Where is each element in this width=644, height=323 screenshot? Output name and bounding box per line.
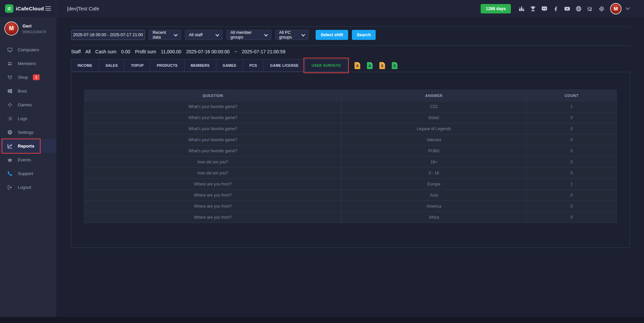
user-avatar[interactable]: M — [610, 3, 622, 14]
tab-products[interactable]: PRODUCTS — [150, 59, 184, 72]
table-row: Where are you from? Europe 1 — [85, 178, 616, 190]
tab-sales[interactable]: SALES — [99, 59, 124, 72]
summary-cash-value: 0.00 — [121, 49, 130, 54]
youtube-icon[interactable] — [564, 5, 571, 12]
chevron-down-icon[interactable] — [626, 6, 630, 10]
sidebar-item-label: Logout — [18, 185, 31, 190]
sidebar-item-logout[interactable]: Logout — [0, 180, 56, 194]
hamburger-menu-icon[interactable] — [45, 4, 51, 13]
tab-label: USER SURVEYS — [312, 63, 341, 67]
data-type-select[interactable]: Recent data — [149, 30, 181, 40]
sidebar-item-label: Games — [18, 102, 32, 107]
count-cell: 0 — [527, 190, 616, 201]
count-cell: 1 — [527, 101, 616, 112]
count-cell: 0 — [527, 134, 616, 145]
divider — [71, 26, 630, 27]
date-range-input[interactable] — [71, 30, 145, 40]
sidebar-item-members[interactable]: Members — [0, 57, 56, 70]
chevron-down-icon — [174, 33, 177, 36]
sidebar-item-label: Settings — [18, 130, 34, 135]
bottom-bar — [0, 317, 644, 323]
tab-game-license[interactable]: GAME LICENSE — [263, 59, 305, 72]
table-body: What's your favorite game? CS2 1 What's … — [85, 101, 616, 223]
days-badge[interactable]: 1288 days — [481, 4, 511, 13]
file-glyph: X — [379, 62, 385, 69]
question-cell: Where are you from? — [85, 212, 341, 223]
table-row: Where are you from? Africa 0 — [85, 212, 616, 223]
question-cell: What's your favorite game? — [85, 146, 341, 156]
notification-badge: 1 — [33, 74, 40, 80]
sidebar-item-support[interactable]: Support — [0, 167, 56, 180]
question-cell: What's your favorite game? — [85, 134, 341, 145]
member-group-select[interactable]: All member groups — [226, 30, 271, 40]
select-value: All PC groups — [279, 30, 299, 40]
sidebar-user-block: M Geri 008612345678 — [0, 17, 56, 41]
tab-members[interactable]: MEMBERS — [184, 59, 216, 72]
pc-group-select[interactable]: All PC groups — [275, 30, 309, 40]
logs-icon — [7, 116, 13, 121]
icafecloud-app: i2 iCafeCloud [dev]Test Cafe 1288 days M… — [0, 0, 644, 323]
trophy-icon[interactable] — [530, 5, 536, 12]
summary-staff-value[interactable]: All — [86, 49, 91, 54]
sidebar-item-games[interactable]: Games — [0, 98, 56, 112]
tab-games[interactable]: GAMES — [216, 59, 243, 72]
tab-label: GAME LICENSE — [270, 63, 299, 67]
tab-topup[interactable]: TOPUP — [124, 59, 150, 72]
tab-pcs[interactable]: PCS — [243, 59, 264, 72]
divider — [71, 45, 630, 46]
sidebar-item-label: Computers — [18, 47, 39, 52]
user-name: Geri — [22, 23, 46, 29]
staff-select[interactable]: All staff — [185, 30, 223, 40]
sidebar-item-label: Shop — [18, 75, 28, 80]
monitor-icon — [7, 47, 13, 53]
tab-label: INCOME — [77, 63, 92, 67]
summary-profit-label: Profit sum — [135, 49, 156, 54]
cart-icon — [7, 74, 13, 80]
tab-income[interactable]: INCOME — [71, 59, 99, 72]
file-glyph: X — [392, 62, 397, 69]
summary-bar: StaffAllCash sum0.00Profit sum11,000.002… — [71, 49, 630, 54]
sidebar-item-reports[interactable]: Reports — [0, 139, 56, 153]
icafecloud-logo[interactable]: i2 iCafeCloud — [5, 4, 44, 13]
tab-user-surveys[interactable]: USER SURVEYS — [305, 59, 347, 72]
sidebar-item-settings[interactable]: Settings — [0, 125, 56, 139]
export-pdf-yellow-icon[interactable]: A — [355, 62, 360, 69]
sidebar-item-computers[interactable]: Computers — [0, 43, 56, 57]
layers-icon[interactable] — [598, 5, 605, 12]
tab-label: SALES — [105, 63, 118, 67]
globe-icon[interactable] — [575, 5, 582, 12]
summary-date-separator: ~ — [234, 49, 237, 54]
discord-icon[interactable] — [541, 5, 548, 12]
sidebar-nav: Computers Members Shop 1 Boot — [0, 43, 56, 194]
sidebar-item-shop[interactable]: Shop 1 — [0, 70, 56, 84]
table-row: What's your favorite game? PUBG 0 — [85, 145, 616, 156]
games-icon — [7, 102, 13, 108]
tab-label: PRODUCTS — [157, 63, 177, 67]
export-excel-yellow-icon[interactable]: X — [379, 62, 385, 69]
summary-staff-label: Staff — [71, 49, 81, 54]
icafecloud-icon[interactable] — [587, 5, 593, 12]
search-button[interactable]: Search — [352, 30, 376, 40]
table-row: What's your favorite game? Dota2 0 — [85, 112, 616, 123]
answer-cell: America — [341, 201, 527, 212]
users-icon — [7, 61, 13, 66]
select-value: Recent data — [153, 30, 172, 40]
export-pdf-green-icon[interactable]: A — [367, 62, 373, 69]
count-cell: 0 — [527, 146, 616, 156]
sidebar-item-logs[interactable]: Logs — [0, 112, 56, 125]
sidebar-item-label: Boot — [18, 89, 27, 94]
export-excel-green-icon[interactable]: X — [392, 62, 397, 69]
sidebar-item-boot[interactable]: Boot — [0, 84, 56, 98]
sidebar-item-events[interactable]: Events — [0, 153, 56, 167]
count-cell: 0 — [527, 123, 616, 134]
select-shift-button[interactable]: Select shift — [316, 30, 348, 40]
sidebar-item-label: Logs — [18, 116, 27, 121]
facebook-icon[interactable] — [552, 5, 559, 12]
table-row: Where are you from? Asia 0 — [85, 190, 616, 201]
filter-selects: Recent data All staff All member groups — [149, 30, 309, 40]
brand-area: i2 iCafeCloud — [0, 0, 56, 17]
select-value: All staff — [189, 33, 203, 37]
leaderboard-icon[interactable] — [518, 5, 525, 12]
file-glyph: A — [367, 62, 373, 69]
column-header: ANSWER — [341, 90, 527, 101]
